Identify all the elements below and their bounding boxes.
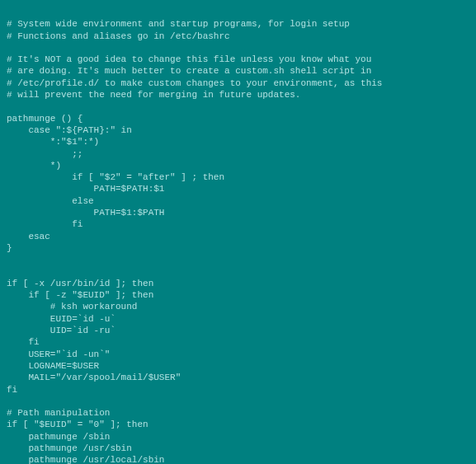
code-line: fi <box>7 336 469 348</box>
code-line <box>7 266 469 278</box>
code-line <box>7 42 469 54</box>
code-line <box>7 396 469 407</box>
code-line: # will prevent the need for merging in f… <box>7 89 469 101</box>
code-line: # are doing. It's much better to create … <box>7 65 469 77</box>
code-line: esac <box>7 231 469 242</box>
code-line: if [ -z "$EUID" ]; then <box>7 289 469 301</box>
code-line: USER="`id -un`" <box>7 349 469 360</box>
code-line: pathmunge () { <box>7 113 469 124</box>
code-line: if [ "$EUID" = "0" ]; then <box>7 419 469 430</box>
code-line: fi <box>7 218 469 230</box>
code-line: EUID=`id -u` <box>7 313 469 325</box>
code-line: if [ -x /usr/bin/id ]; then <box>7 278 469 289</box>
code-line <box>7 254 469 265</box>
code-line: # Functions and aliases go in /etc/bashr… <box>7 30 469 42</box>
code-line: UID=`id -ru` <box>7 325 469 336</box>
code-line: pathmunge /sbin <box>7 431 469 443</box>
code-line: # System wide environment and startup pr… <box>7 18 469 30</box>
code-line: # ksh workaround <box>7 301 469 312</box>
code-line: pathmunge /usr/local/sbin <box>7 454 469 464</box>
code-line: case ":${PATH}:" in <box>7 124 469 136</box>
code-line: # /etc/profile.d/ to make custom changes… <box>7 77 469 89</box>
code-line: MAIL="/var/spool/mail/$USER" <box>7 372 469 383</box>
code-line: LOGNAME=$USER <box>7 360 469 372</box>
code-line <box>7 101 469 112</box>
code-line: PATH=$1:$PATH <box>7 207 469 218</box>
code-line: fi <box>7 384 469 396</box>
code-line: } <box>7 242 469 254</box>
code-line: PATH=$PATH:$1 <box>7 183 469 195</box>
code-line: *) <box>7 160 469 171</box>
code-line: else <box>7 195 469 207</box>
code-line: *:"$1":*) <box>7 136 469 148</box>
code-line: # Path manipulation <box>7 407 469 419</box>
code-line: pathmunge /usr/sbin <box>7 443 469 454</box>
code-block-1: # System wide environment and startup pr… <box>7 18 469 464</box>
terminal-viewport[interactable]: # System wide environment and startup pr… <box>0 0 476 464</box>
code-line: ;; <box>7 148 469 160</box>
code-line: if [ "$2" = "after" ] ; then <box>7 171 469 183</box>
code-line: # It's NOT a good idea to change this fi… <box>7 54 469 65</box>
